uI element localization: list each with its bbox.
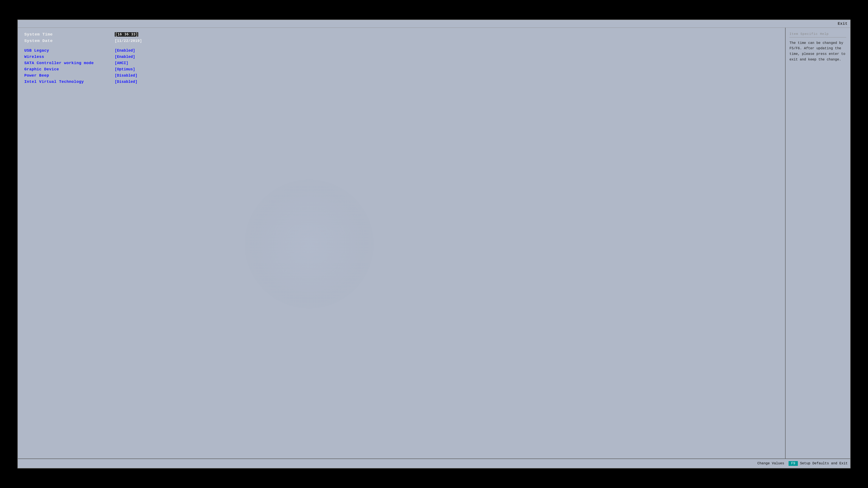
change-values-label: Change Values (757, 461, 784, 465)
system-date-value[interactable]: [11/22/2019] (115, 39, 142, 43)
help-text: The time can be changed by F5/F6. After … (789, 40, 846, 62)
setup-defaults-label: Setup Defaults (800, 461, 829, 465)
graphic-device-row[interactable]: Graphic Device [Optimus] (24, 67, 779, 72)
settings-table: System Time [16:36:33] System Date [11/2… (24, 32, 779, 84)
f9-key[interactable]: F9 (788, 461, 798, 466)
system-date-label: System Date (24, 38, 115, 43)
bottom-right-actions: F9 Setup Defaults and Exit (788, 461, 847, 466)
graphic-device-label: Graphic Device (24, 67, 115, 72)
wireless-row[interactable]: Wireless [Enabled] (24, 55, 779, 59)
usb-legacy-row[interactable]: USB Legacy [Enabled] (24, 48, 779, 53)
sata-controller-row[interactable]: SATA Controller working mode [AHCI] (24, 61, 779, 65)
system-time-row[interactable]: System Time [16:36:33] (24, 32, 779, 37)
spacer1 (24, 45, 779, 48)
usb-legacy-value[interactable]: [Enabled] (115, 48, 135, 53)
change-values-action: Change Values (757, 461, 784, 465)
wireless-label: Wireless (24, 55, 115, 59)
system-date-row[interactable]: System Date [11/22/2019] (24, 38, 779, 43)
power-beep-value[interactable]: [Disabled] (115, 73, 137, 78)
bios-screen: Exit System Time [16:36:33] System Date … (18, 20, 851, 469)
help-panel: Item Specific Help The time can be chang… (785, 28, 850, 459)
sata-controller-value[interactable]: [AHCI] (115, 61, 128, 65)
settings-panel: System Time [16:36:33] System Date [11/2… (18, 28, 786, 459)
intel-vt-row[interactable]: Intel Virtual Technology [Disabled] (24, 79, 779, 84)
usb-legacy-label: USB Legacy (24, 48, 115, 53)
system-time-label: System Time (24, 32, 115, 37)
power-beep-label: Power Beep (24, 73, 115, 78)
intel-vt-label: Intel Virtual Technology (24, 79, 115, 84)
main-content: System Time [16:36:33] System Date [11/2… (18, 28, 850, 459)
wireless-value[interactable]: [Enabled] (115, 55, 135, 59)
exit-menu-item[interactable]: Exit (838, 22, 847, 26)
power-beep-row[interactable]: Power Beep [Disabled] (24, 73, 779, 78)
sata-controller-label: SATA Controller working mode (24, 61, 115, 65)
top-bar: Exit (18, 20, 850, 28)
graphic-device-value[interactable]: [Optimus] (115, 67, 135, 71)
bottom-bar: Change Values F9 Setup Defaults and Exit (18, 458, 850, 468)
help-panel-header: Item Specific Help (789, 32, 846, 37)
system-time-value[interactable]: [16:36:33] (115, 32, 138, 37)
and-exit-label: and Exit (831, 461, 848, 465)
intel-vt-value[interactable]: [Disabled] (115, 79, 137, 84)
